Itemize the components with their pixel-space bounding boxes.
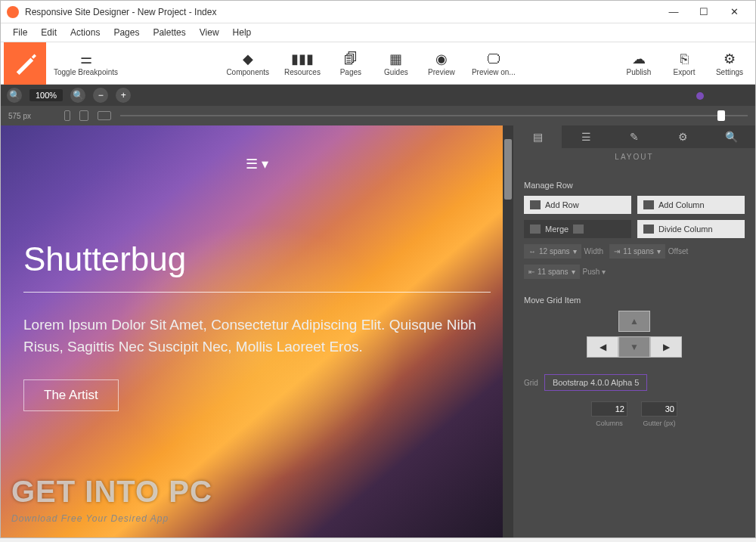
preview-label: Preview <box>428 68 455 76</box>
components-icon: ◆ <box>239 50 257 68</box>
menu-view[interactable]: View <box>194 25 225 40</box>
arrow-left-button[interactable]: ◀ <box>587 336 618 358</box>
add-column-button[interactable]: Add Column <box>637 196 745 214</box>
gutter-label: Gutter (px) <box>643 420 675 427</box>
toggle-label: Toggle Breakpoints <box>54 68 118 76</box>
menubar: File Edit Actions Pages Palettes View He… <box>1 23 755 42</box>
arrow-down-button[interactable]: ▼ <box>618 336 650 358</box>
brand-tile[interactable] <box>4 42 46 85</box>
columns-input[interactable] <box>591 401 627 417</box>
divider <box>23 292 491 293</box>
zoom-percent[interactable]: 100% <box>29 89 63 101</box>
offset-label: Offset <box>668 247 689 256</box>
ruler-bar: 575 px <box>1 106 755 125</box>
breakpoint-label: 575 px <box>8 112 31 120</box>
tab-layout[interactable]: ▤ <box>513 125 562 148</box>
zoom-in-button[interactable]: 🔍 <box>70 88 85 103</box>
settings-button[interactable]: ⚙Settings <box>707 47 752 79</box>
tab-settings[interactable]: ⚙ <box>658 125 707 148</box>
width-label: Width <box>584 247 604 256</box>
artist-button[interactable]: The Artist <box>23 379 119 411</box>
add-row-button[interactable]: Add Row <box>524 196 631 214</box>
merge-button[interactable]: Merge <box>524 220 631 238</box>
pages-label: Pages <box>340 68 361 76</box>
publish-button[interactable]: ☁Publish <box>616 47 662 79</box>
grid-select[interactable]: Bootstrap 4.0.0 Alpha 5 <box>544 374 647 391</box>
arrow-right-button[interactable]: ▶ <box>650 336 682 358</box>
manage-row-label: Manage Row <box>524 181 745 190</box>
hero-heading[interactable]: Shutterbug <box>23 240 491 278</box>
inspector-panel: ▤ ☰ ✎ ⚙ 🔍 LAYOUT Manage Row Add Row Add … <box>513 125 755 537</box>
window-title: Responsive Site Designer - New Project -… <box>25 7 658 17</box>
settings-label: Settings <box>716 68 743 76</box>
preview-button[interactable]: ◉Preview <box>419 47 464 79</box>
move-grid-label: Move Grid Item <box>524 296 745 305</box>
canvas-area: ☰ ▾ Shutterbug Lorem Ipsum Dolor Sit Ame… <box>1 125 513 537</box>
zoom-plus-button[interactable]: + <box>116 88 131 103</box>
components-label: Components <box>226 68 269 76</box>
export-icon: ⎘ <box>675 50 693 68</box>
zoom-bar: 🔍 100% 🔍 − + <box>1 85 755 106</box>
toolbar: ⚌ Toggle Breakpoints ◆Components ▮▮▮Reso… <box>1 42 755 85</box>
column-icon <box>643 200 654 209</box>
breakpoint-marker[interactable] <box>696 92 704 100</box>
menu-edit[interactable]: Edit <box>35 25 63 40</box>
close-button[interactable]: ✕ <box>719 2 749 23</box>
offset-spans[interactable]: ⇥11 spans▾ <box>609 244 665 259</box>
grid-label: Grid <box>524 379 538 387</box>
components-button[interactable]: ◆Components <box>218 47 277 79</box>
eye-icon: ◉ <box>432 50 451 68</box>
tab-list[interactable]: ☰ <box>562 125 610 148</box>
layout-header: LAYOUT <box>513 148 755 166</box>
arrow-up-button[interactable]: ▲ <box>618 311 650 332</box>
resources-icon: ▮▮▮ <box>293 50 311 68</box>
export-label: Export <box>674 68 696 76</box>
menu-pages[interactable]: Pages <box>107 25 145 40</box>
preview-on-label: Preview on... <box>472 68 516 76</box>
row-icon <box>530 200 541 209</box>
menu-file[interactable]: File <box>7 25 33 40</box>
gear-icon: ⚙ <box>720 50 739 68</box>
zoom-out-button[interactable]: 🔍 <box>7 88 22 103</box>
menu-palettes[interactable]: Palettes <box>147 25 191 40</box>
design-canvas[interactable]: ☰ ▾ Shutterbug Lorem Ipsum Dolor Sit Ame… <box>1 125 513 537</box>
pages-button[interactable]: 🗐Pages <box>328 47 373 79</box>
breakpoint-slider[interactable] <box>717 110 725 121</box>
columns-label: Columns <box>596 420 623 427</box>
guides-button[interactable]: ▦Guides <box>373 47 419 79</box>
preview-on-button[interactable]: 🖵Preview on... <box>464 47 523 79</box>
divide-icon <box>643 225 654 234</box>
pages-icon: 🗐 <box>342 50 360 68</box>
minimize-button[interactable]: — <box>658 2 689 23</box>
guides-icon: ▦ <box>387 50 405 68</box>
zoom-minus-button[interactable]: − <box>93 88 108 103</box>
monitor-icon: 🖵 <box>485 50 503 68</box>
push-spans[interactable]: ⇤11 spans▾ <box>524 265 580 279</box>
titlebar: Responsive Site Designer - New Project -… <box>1 1 755 23</box>
menu-actions[interactable]: Actions <box>64 25 106 40</box>
desktop-icon[interactable] <box>98 111 111 120</box>
guides-label: Guides <box>384 68 408 76</box>
merge-right-icon <box>573 225 584 234</box>
toggle-breakpoints-button[interactable]: ⚌ Toggle Breakpoints <box>46 47 125 79</box>
tab-search[interactable]: 🔍 <box>707 125 755 148</box>
tab-style[interactable]: ✎ <box>610 125 658 148</box>
cloud-icon: ☁ <box>630 50 648 68</box>
resources-label: Resources <box>284 68 321 76</box>
width-spans[interactable]: ↔12 spans▾ <box>524 244 581 259</box>
hero-body[interactable]: Lorem Ipsum Dolor Sit Amet, Consectetur … <box>23 314 491 358</box>
toggle-icon: ⚌ <box>77 50 95 68</box>
push-label: Push ▾ <box>583 268 606 276</box>
canvas-scrollbar[interactable] <box>503 125 513 537</box>
gutter-input[interactable] <box>641 401 677 417</box>
menu-help[interactable]: Help <box>227 25 258 40</box>
divide-column-button[interactable]: Divide Column <box>637 220 745 238</box>
phone-icon[interactable] <box>64 110 70 121</box>
resources-button[interactable]: ▮▮▮Resources <box>277 47 328 79</box>
app-icon <box>7 6 19 18</box>
export-button[interactable]: ⎘Export <box>662 47 707 79</box>
maximize-button[interactable]: ☐ <box>689 2 719 23</box>
merge-left-icon <box>530 225 541 234</box>
tablet-icon[interactable] <box>79 110 88 121</box>
hamburger-icon[interactable]: ☰ ▾ <box>23 156 491 172</box>
